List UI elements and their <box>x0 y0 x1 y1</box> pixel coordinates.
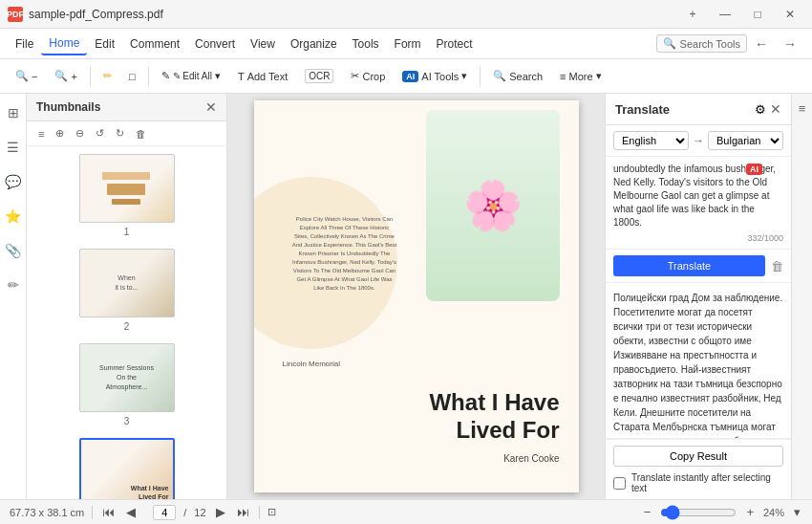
menu-file[interactable]: File <box>8 33 41 55</box>
sidebar-star-icon[interactable]: ⭐ <box>1 205 25 228</box>
search-button[interactable]: 🔍 Search <box>485 66 550 86</box>
menu-form[interactable]: Form <box>387 33 429 55</box>
first-page-button[interactable]: ⏮ <box>100 505 117 519</box>
thumbnail-image: Summer SessionsOn theAtmosphere... <box>79 343 175 412</box>
menu-convert[interactable]: Convert <box>187 33 243 55</box>
statusbar: 67.73 x 38.1 cm ⏮ ◀ / 12 ▶ ⏭ ⊡ − + 24% ▾ <box>0 499 812 524</box>
thumbnail-item[interactable]: Summer SessionsOn theAtmosphere... 3 <box>31 343 223 426</box>
ocr-button[interactable]: OCR <box>297 65 341 87</box>
translate-title: Translate <box>615 102 670 117</box>
translate-button[interactable]: Translate <box>613 255 765 276</box>
translate-close-button[interactable]: ✕ <box>770 101 781 117</box>
nav-back-button[interactable]: ← <box>747 33 776 55</box>
thumbnails-panel: Thumbnails ✕ ≡ ⊕ ⊖ ↺ ↻ 🗑 1 <box>27 94 227 499</box>
auto-translate-row: Translate instantly after selecting text <box>613 472 783 493</box>
sidebar-page-icon[interactable]: ⊞ <box>4 101 23 124</box>
menu-edit[interactable]: Edit <box>87 33 122 55</box>
close-button[interactable]: ✕ <box>776 4 804 25</box>
clear-translate-button[interactable]: 🗑 <box>771 259 783 273</box>
status-sep-1 <box>92 506 93 519</box>
zoom-out-status-button[interactable]: − <box>642 505 653 519</box>
edit-icon: ✎ <box>161 70 170 82</box>
page-number-input[interactable] <box>153 505 176 520</box>
menu-protect[interactable]: Protect <box>429 33 481 55</box>
main-area: ⊞ ☰ 💬 ⭐ 📎 ✏ Thumbnails ✕ ≡ ⊕ ⊖ ↺ ↻ 🗑 <box>0 94 812 499</box>
pdf-text-block: Police City Watch House, Visitors Can Ex… <box>292 215 397 293</box>
edit-all-dropdown-icon: ▾ <box>215 70 221 82</box>
crop-icon: ✂ <box>351 70 359 82</box>
thumbnail-number: 1 <box>124 227 130 237</box>
thumb-delete-icon[interactable]: 🗑 <box>132 126 150 142</box>
translate-result-text: Полицейски град Дом за наблюдение. Посет… <box>613 291 783 439</box>
ai-tools-button[interactable]: AI AI Tools ▾ <box>395 66 475 86</box>
thumbnails-header: Thumbnails ✕ <box>27 94 226 121</box>
zoom-percent: 24% <box>763 507 784 518</box>
source-language-select[interactable]: English <box>613 131 689 150</box>
toolbar-sep-2 <box>148 67 149 86</box>
search-tools-label: Search Tools <box>680 38 740 50</box>
thumbnails-toolbar: ≡ ⊕ ⊖ ↺ ↻ 🗑 <box>27 121 226 146</box>
menu-home[interactable]: Home <box>41 33 87 55</box>
thumb-zoom-out-icon[interactable]: ⊖ <box>72 125 88 142</box>
menu-comment[interactable]: Comment <box>122 33 187 55</box>
search-icon: 🔍 <box>493 70 506 82</box>
sidebar-bookmark-icon[interactable]: ☰ <box>3 136 23 159</box>
toolbar-sep-1 <box>90 67 91 86</box>
window-controls: — □ ✕ <box>707 4 804 25</box>
thumb-zoom-in-icon[interactable]: ⊕ <box>52 125 68 142</box>
translate-actions: Translate 🗑 <box>606 250 791 283</box>
menu-organize[interactable]: Organize <box>283 33 345 55</box>
copy-result-button[interactable]: Copy Result <box>613 446 783 467</box>
rect-button[interactable]: □ <box>121 67 143 86</box>
new-tab-button[interactable]: + <box>678 4 707 25</box>
zoom-slider[interactable] <box>660 505 737 520</box>
translate-lang-row: English → Bulgarian <box>606 125 791 157</box>
sidebar-sign-icon[interactable]: ✏ <box>4 273 23 296</box>
zoom-dropdown-button[interactable]: ▾ <box>792 505 802 519</box>
left-sidebar: ⊞ ☰ 💬 ⭐ 📎 ✏ <box>0 94 27 499</box>
toolbar: 🔍 − 🔍 + ✏ □ ✎ ✎ Edit All ▾ T Add Text OC… <box>0 59 812 94</box>
search-tools-box[interactable]: 🔍 Search Tools <box>656 34 747 53</box>
settings-icon[interactable]: ≡ <box>799 101 806 116</box>
highlight-button[interactable]: ✏ <box>96 66 119 86</box>
thumbnail-list: 1 Whenit is to... 2 Summer SessionsOn th… <box>27 146 226 499</box>
add-text-button[interactable]: T Add Text <box>230 67 295 86</box>
translate-results: Полицейски град Дом за наблюдение. Посет… <box>606 283 791 439</box>
more-dropdown-icon: ▾ <box>596 70 602 82</box>
titlebar: PDF sample-pdf_Compress.pdf + — □ ✕ <box>0 0 812 29</box>
thumbnails-close-button[interactable]: ✕ <box>205 99 217 115</box>
thumb-menu-icon[interactable]: ≡ <box>34 126 48 142</box>
zoom-in-status-button[interactable]: + <box>744 505 756 519</box>
sidebar-attach-icon[interactable]: 📎 <box>1 239 25 262</box>
more-button[interactable]: ≡ More ▾ <box>552 66 609 86</box>
translate-panel: Translate ⚙ ✕ English → Bulgarian AI und… <box>605 94 791 499</box>
fit-icon[interactable]: ⊡ <box>267 506 276 518</box>
zoom-out-button[interactable]: 🔍 − <box>8 66 45 86</box>
edit-all-button[interactable]: ✎ ✎ Edit All ▾ <box>154 66 228 86</box>
last-page-button[interactable]: ⏭ <box>235 505 251 519</box>
thumbnails-title: Thumbnails <box>36 100 100 114</box>
prev-page-button[interactable]: ◀ <box>124 505 138 519</box>
crop-button[interactable]: ✂ Crop <box>343 66 393 86</box>
minimize-button[interactable]: — <box>711 4 739 25</box>
nav-forward-button[interactable]: → <box>776 33 804 55</box>
highlight-icon: ✏ <box>103 70 112 82</box>
thumbnail-item[interactable]: Whenit is to... 2 <box>31 249 223 332</box>
auto-translate-checkbox[interactable] <box>613 477 626 490</box>
menu-view[interactable]: View <box>243 33 283 55</box>
thumb-rotate-right-icon[interactable]: ↻ <box>112 125 128 142</box>
search-tools-icon: 🔍 <box>663 37 676 50</box>
pdf-author: Karen Cooke <box>503 453 559 464</box>
menu-tools[interactable]: Tools <box>345 33 387 55</box>
rect-icon: □ <box>129 71 136 82</box>
next-page-button[interactable]: ▶ <box>214 505 227 519</box>
zoom-in-button[interactable]: 🔍 + <box>47 66 84 86</box>
sidebar-comment-icon[interactable]: 💬 <box>1 170 25 193</box>
thumb-rotate-left-icon[interactable]: ↺ <box>92 125 108 142</box>
maximize-button[interactable]: □ <box>743 4 772 25</box>
pdf-content-area[interactable]: 💬 🌸 Police City Watch House, Visitors Ca… <box>227 94 605 499</box>
thumbnail-item[interactable]: 1 <box>31 154 223 237</box>
thumbnail-item[interactable]: What I HaveLived For 4 <box>31 438 223 499</box>
target-language-select[interactable]: Bulgarian <box>708 131 783 150</box>
translate-settings-button[interactable]: ⚙ <box>755 102 766 117</box>
